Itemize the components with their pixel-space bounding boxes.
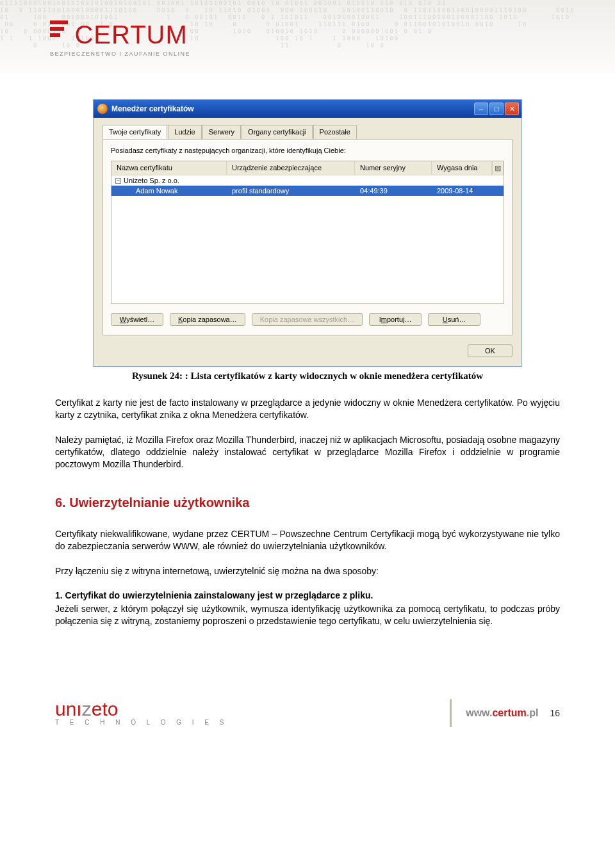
table-row[interactable]: Adam Nowak profil standardowy 04:49:39 2…	[111, 186, 504, 196]
tab-your-certs[interactable]: Twoje certyfikaty	[102, 125, 167, 139]
paragraph-3: Certyfikaty niekwalifikowane, wydane prz…	[55, 528, 560, 552]
section-number: 6.	[55, 495, 66, 510]
cert-manager-window: Menedżer certyfikatów – □ ✕ Twoje certyf…	[93, 99, 522, 367]
cert-table[interactable]: Nazwa certyfikatu Urządzenie zabezpiecza…	[111, 161, 504, 304]
col-header-expiry[interactable]: Wygasa dnia	[432, 161, 492, 175]
tab-panel: Posiadasz certyfikaty z następujących or…	[102, 139, 512, 335]
page-number: 16	[550, 708, 560, 718]
panel-description: Posiadasz certyfikaty z następujących or…	[111, 147, 504, 154]
collapse-icon[interactable]: −	[115, 178, 121, 184]
tab-strip: Twoje certyfikaty Ludzie Serwery Organy …	[102, 125, 512, 140]
cell-name: Adam Nowak	[111, 186, 227, 196]
table-header: Nazwa certyfikatu Urządzenie zabezpiecza…	[111, 161, 504, 175]
maximize-button[interactable]: □	[489, 102, 504, 115]
table-group-row[interactable]: − Unizeto Sp. z o.o.	[111, 175, 504, 186]
import-button[interactable]: Importuj…	[369, 313, 422, 326]
page-content: Menedżer certyfikatów – □ ✕ Twoje certyf…	[0, 99, 615, 679]
section-heading: 6. Uwierzytelnianie użytkownika	[55, 495, 560, 510]
site-url: www.certum.pl	[466, 707, 538, 719]
column-picker-icon[interactable]: ▧	[492, 161, 504, 175]
view-button[interactable]: Wyświetl…	[111, 313, 163, 326]
paragraph-2: Należy pamiętać, iż Mozilla Firefox oraz…	[55, 434, 560, 470]
figure-caption: Rysunek 24: : Lista certyfikatów z karty…	[55, 371, 560, 382]
cell-expiry: 2009-08-14	[432, 186, 504, 196]
minimize-button[interactable]: –	[474, 102, 488, 115]
tab-servers[interactable]: Serwery	[202, 125, 241, 139]
page-footer: unızeto T E C H N O L O G I E S www.cert…	[0, 679, 615, 736]
paragraph-4: Przy łączeniu się z witryna internetową,…	[55, 565, 560, 577]
table-body[interactable]: − Unizeto Sp. z o.o. Adam Nowak profil s…	[111, 175, 504, 303]
col-header-serial[interactable]: Numer seryjny	[355, 161, 432, 175]
unizeto-logo: unızeto T E C H N O L O G I E S	[55, 700, 450, 726]
tab-people[interactable]: Ludzie	[168, 125, 201, 139]
list-item-1-title: 1. Certyfikat do uwierzytelnienia zainst…	[55, 590, 560, 600]
unizeto-wordmark: unızeto	[55, 700, 450, 718]
backup-all-button: Kopia zapasowa wszystkich…	[252, 313, 363, 326]
unizeto-subtitle: T E C H N O L O G I E S	[55, 719, 450, 726]
tab-authorities[interactable]: Organy certyfikacji	[242, 125, 312, 139]
paragraph-1: Certyfikat z karty nie jest de facto ins…	[55, 397, 560, 421]
backup-button[interactable]: Kopia zapasowa…	[170, 313, 245, 326]
group-label: Unizeto Sp. z o.o.	[124, 177, 179, 184]
col-header-name[interactable]: Nazwa certyfikatu	[111, 161, 227, 175]
page-header: 01101000100100101001010010100101 001001 …	[0, 0, 615, 80]
section-title: Uwierzytelnianie użytkownika	[69, 495, 249, 510]
window-titlebar[interactable]: Menedżer certyfikatów – □ ✕	[94, 100, 521, 118]
tab-others[interactable]: Pozostałe	[313, 125, 357, 139]
firefox-icon	[97, 104, 108, 114]
ok-button[interactable]: OK	[468, 344, 512, 357]
logo-subtitle: BEZPIECZEŃSTWO I ZAUFANIE ONLINE	[50, 51, 190, 57]
col-header-device[interactable]: Urządzenie zabezpieczające	[227, 161, 355, 175]
cell-device: profil standardowy	[227, 186, 355, 196]
button-row: Wyświetl… Kopia zapasowa… Kopia zapasowa…	[111, 313, 504, 326]
window-title: Menedżer certyfikatów	[111, 104, 474, 113]
logo-text: CERTUM	[74, 20, 187, 49]
certum-logo: CERTUM BEZPIECZEŃSTWO I ZAUFANIE ONLINE	[50, 20, 190, 57]
cell-serial: 04:49:39	[355, 186, 432, 196]
list-item-1-body: Jeżeli serwer, z którym połączył się uży…	[55, 603, 560, 627]
close-button[interactable]: ✕	[505, 102, 519, 115]
delete-button[interactable]: Usuń…	[428, 313, 480, 326]
